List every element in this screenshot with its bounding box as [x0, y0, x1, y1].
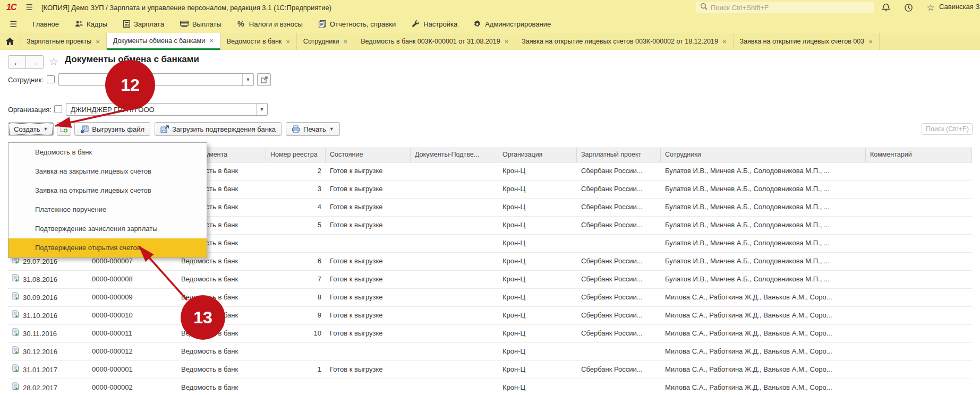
export-file-button[interactable]: Выгрузить файл: [74, 122, 150, 136]
cell-organization: Крон-Ц: [498, 271, 577, 288]
load-confirmations-button[interactable]: Загрузить подтверждения банка: [155, 122, 282, 136]
cell-doc_type: Ведомость в банк: [177, 271, 266, 288]
tab[interactable]: Ведомость в банк 003К-000001 от 31.08.20…: [354, 33, 515, 50]
cell-employees: Булатов И.В., Минчев А.Б., Солодовникова…: [661, 199, 866, 216]
menubar-item[interactable]: Зарплата: [115, 15, 172, 33]
column-header[interactable]: Номер реестра: [266, 148, 326, 162]
menubar-item[interactable]: Выплаты: [172, 15, 229, 33]
create-dropdown-menu: Ведомость в банкЗаявка на закрытие лицев…: [8, 142, 207, 258]
column-header[interactable]: Зарплатный проект: [577, 148, 661, 162]
cell-comment: [866, 343, 972, 360]
cell-comment: [866, 181, 972, 198]
cell-confirm_docs: [411, 289, 498, 306]
menubar-item[interactable]: Настройка: [404, 15, 465, 33]
column-header[interactable]: Комментарий: [866, 148, 972, 162]
tab-close-icon[interactable]: ×: [209, 37, 214, 45]
create-menu-item[interactable]: Ведомость в банк: [8, 143, 207, 162]
create-menu-item[interactable]: Заявка на закрытие лицевых счетов: [8, 162, 207, 181]
table-row[interactable]: 31.01.20170000-000001Ведомость в банк1Го…: [8, 361, 972, 379]
create-menu-item[interactable]: Подтверждение зачисления зарплаты: [8, 219, 207, 238]
menubar-item[interactable]: Отчетность, справки: [311, 15, 404, 33]
cell-project: Сбербанк России...: [577, 199, 661, 216]
table-row[interactable]: 31.08.20160000-000008Ведомость в банк7Го…: [8, 271, 972, 289]
cell-number: 0000-000010: [88, 307, 177, 324]
table-row[interactable]: 30.12.20160000-000012Ведомость в банкКро…: [8, 343, 972, 361]
menubar-item[interactable]: %Налоги и взносы: [229, 15, 311, 33]
cell-confirm_docs: [411, 162, 498, 180]
tab-label: Сотрудники: [303, 38, 339, 45]
create-menu-item[interactable]: Заявка на открытие лицевых счетов: [8, 181, 207, 200]
cell-doc_type: Ведомость в банк: [177, 361, 266, 379]
cell-organization: Крон-Ц: [498, 289, 577, 306]
payments-icon: [180, 21, 189, 27]
cell-project: Сбербанк России...: [577, 271, 661, 288]
table-row[interactable]: 28.02.20170000-000002Ведомость в банкКро…: [8, 379, 972, 395]
create-button[interactable]: Создать▼: [8, 122, 54, 136]
tab[interactable]: Ведомости в банк×: [220, 33, 297, 50]
cell-project: Сбербанк России...: [577, 307, 661, 324]
cell-state: [326, 343, 411, 360]
forward-button[interactable]: →: [26, 55, 44, 69]
tab-close-icon[interactable]: ×: [96, 38, 100, 46]
column-header[interactable]: Организация: [498, 148, 577, 162]
employee-dropdown-button[interactable]: ▼: [242, 74, 253, 85]
load-confirmations-icon: [160, 125, 169, 133]
table-row[interactable]: 30.09.20160000-000009Ведомость в банк8Го…: [8, 289, 972, 307]
tab[interactable]: Документы обмена с банками×: [107, 33, 220, 50]
sections-panel-icon[interactable]: ☰: [10, 19, 17, 29]
tab-close-icon[interactable]: ×: [344, 38, 348, 46]
menubar-item[interactable]: Кадры: [67, 15, 115, 33]
tab[interactable]: Сотрудники×: [297, 33, 354, 50]
cell-employees: Булатов И.В., Минчев А.Б., Солодовникова…: [661, 181, 866, 198]
cell-organization: Крон-Ц: [498, 181, 577, 198]
reports-icon: [319, 20, 326, 28]
tab-close-icon[interactable]: ×: [286, 38, 290, 46]
organization-filter-checkbox[interactable]: [54, 105, 62, 113]
table-row[interactable]: 31.10.20160000-000010Ведомость в банк9Го…: [8, 307, 972, 325]
tab-close-icon[interactable]: ×: [722, 38, 727, 46]
organization-dropdown-button[interactable]: ▼: [256, 104, 267, 115]
cell-registry_no: [266, 379, 326, 395]
cell-comment: [866, 217, 972, 234]
tab-close-icon[interactable]: ×: [868, 38, 873, 46]
employee-filter-input[interactable]: ▼: [58, 73, 254, 86]
column-header[interactable]: Сотрудники: [661, 148, 866, 162]
history-icon[interactable]: [902, 2, 915, 13]
cell-registry_no: 10: [266, 325, 326, 342]
menubar-item[interactable]: Администрирование: [465, 15, 559, 33]
create-menu-item[interactable]: Подтверждение открытия счетов: [8, 238, 207, 257]
cell-registry_no: [266, 343, 326, 360]
cell-project: Сбербанк России...: [577, 361, 661, 379]
load-confirmations-label: Загрузить подтверждения банка: [172, 125, 276, 133]
employee-open-button[interactable]: [257, 73, 271, 86]
employee-filter-label: Сотрудник:: [8, 76, 44, 84]
tab[interactable]: Заявка на открытие лицевых счетов 003×: [734, 33, 880, 50]
organization-filter-input[interactable]: ДЖИНДЖЕР ГРУПП ООО ▼: [66, 103, 268, 116]
current-user[interactable]: Савинская З: [939, 3, 979, 11]
cell-state: Готов к выгрузке: [326, 325, 411, 342]
add-to-favorites-star-icon[interactable]: ☆: [49, 55, 58, 68]
back-button[interactable]: ←: [8, 55, 26, 69]
main-menu-icon[interactable]: ☰: [25, 3, 32, 12]
print-button[interactable]: Печать▼: [286, 122, 340, 136]
export-file-label: Выгрузить файл: [92, 125, 144, 133]
tab-close-icon[interactable]: ×: [505, 38, 509, 46]
cell-number: 0000-000001: [88, 361, 177, 379]
tab[interactable]: Заявка на открытие лицевых счетов 003К-0…: [515, 33, 733, 50]
create-by-copy-button[interactable]: [57, 122, 71, 136]
create-menu-item[interactable]: Платежное поручение: [8, 200, 207, 219]
favorites-star-icon[interactable]: ☆: [924, 2, 937, 13]
column-header[interactable]: Состояние: [326, 148, 411, 162]
global-search-input[interactable]: Поиск Ctrl+Shift+F: [696, 2, 874, 13]
tab[interactable]: Зарплатные проекты×: [20, 33, 107, 50]
menubar-item[interactable]: Главное: [24, 15, 67, 33]
list-search-input[interactable]: Поиск (Ctrl+F): [922, 123, 973, 135]
column-header[interactable]: Документы-Подтве...: [411, 148, 498, 162]
cell-project: Сбербанк России...: [577, 181, 661, 198]
cell-confirm_docs: [411, 343, 498, 360]
employee-filter-checkbox[interactable]: [47, 75, 55, 83]
notifications-bell-icon[interactable]: [880, 2, 892, 13]
tab-label: Заявка на открытие лицевых счетов 003К-0…: [522, 38, 718, 45]
tab-home[interactable]: [0, 33, 20, 50]
table-row[interactable]: 30.11.20160000-000011Ведомость в банк10Г…: [8, 325, 972, 343]
